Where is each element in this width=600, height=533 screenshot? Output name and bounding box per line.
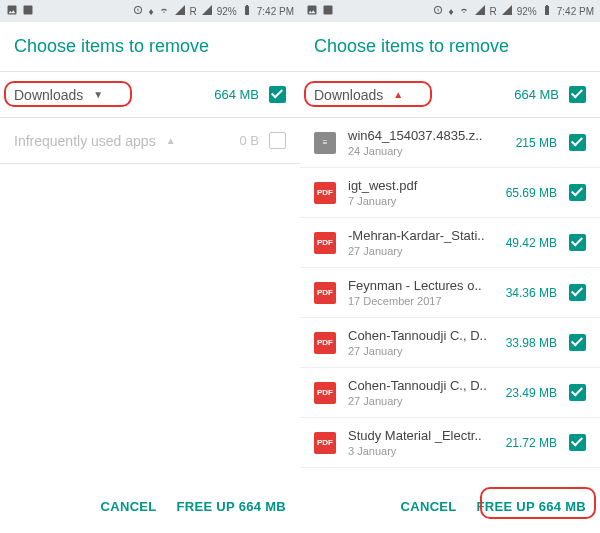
item-date: 24 January <box>348 145 504 157</box>
wifi-icon <box>158 4 170 18</box>
item-size: 215 MB <box>516 136 557 150</box>
cancel-button[interactable]: CANCEL <box>101 499 157 514</box>
item-size: 33.98 MB <box>506 336 557 350</box>
status-bar: ♦ R 92% 7:42 PM <box>0 0 300 22</box>
item-date: 17 December 2017 <box>348 295 494 307</box>
chevron-down-icon: ▼ <box>93 89 103 100</box>
item-checkbox[interactable] <box>569 384 586 401</box>
chevron-up-icon: ▲ <box>393 89 403 100</box>
alarm-icon <box>432 4 444 18</box>
list-item[interactable]: ≡win64_154037.4835.z..24 January215 MB <box>300 118 600 168</box>
item-checkbox[interactable] <box>569 284 586 301</box>
location-icon: ♦ <box>148 6 153 17</box>
gallery-icon <box>306 4 318 18</box>
button-bar: CANCEL FREE UP 664 MB <box>300 479 600 533</box>
confirm-button[interactable]: FREE UP 664 MB <box>477 499 586 514</box>
list-item[interactable]: PDFFeynman - Lectures o..17 December 201… <box>300 268 600 318</box>
pdf-icon: PDF <box>314 232 336 254</box>
list-item[interactable]: PDFCohen-Tannoudji C., D..27 January33.9… <box>300 318 600 368</box>
app-icon <box>322 4 334 18</box>
apps-checkbox[interactable] <box>269 132 286 149</box>
signal-icon <box>174 4 186 18</box>
items-list: ≡win64_154037.4835.z..24 January215 MBPD… <box>300 118 600 479</box>
downloads-checkbox[interactable] <box>269 86 286 103</box>
list-item[interactable]: PDFStudy Material _Electr..3 January21.7… <box>300 418 600 468</box>
list-item[interactable]: PDFCohen-Tannoudji C., D..27 January23.4… <box>300 368 600 418</box>
network-label: R <box>190 6 197 17</box>
svg-rect-0 <box>24 6 33 15</box>
pdf-icon: PDF <box>314 382 336 404</box>
item-name: Cohen-Tannoudji C., D.. <box>348 378 494 393</box>
gallery-icon <box>6 4 18 18</box>
apps-label: Infrequently used apps <box>14 133 156 149</box>
chevron-up-icon: ▲ <box>166 135 176 146</box>
signal-icon <box>474 4 486 18</box>
location-icon: ♦ <box>448 6 453 17</box>
apps-section-header[interactable]: Infrequently used apps ▲ 0 B <box>0 118 300 163</box>
downloads-size: 664 MB <box>514 87 559 102</box>
item-name: igt_west.pdf <box>348 178 494 193</box>
downloads-section-header[interactable]: Downloads ▲ 664 MB <box>300 72 600 117</box>
pdf-icon: PDF <box>314 332 336 354</box>
item-date: 27 January <box>348 395 494 407</box>
item-checkbox[interactable] <box>569 334 586 351</box>
item-text: -Mehran-Kardar-_Stati..27 January <box>348 228 494 257</box>
battery-icon <box>541 4 553 18</box>
item-text: Study Material _Electr..3 January <box>348 428 494 457</box>
item-checkbox[interactable] <box>569 134 586 151</box>
button-bar: CANCEL FREE UP 664 MB <box>0 479 300 533</box>
apps-size: 0 B <box>239 133 259 148</box>
cancel-button[interactable]: CANCEL <box>401 499 457 514</box>
pane-left: ♦ R 92% 7:42 PM Choose items to remove D… <box>0 0 300 533</box>
app-icon <box>22 4 34 18</box>
spacer <box>0 164 300 479</box>
status-bar: ♦ R 92% 7:42 PM <box>300 0 600 22</box>
item-date: 7 January <box>348 195 494 207</box>
status-time: 7:42 PM <box>257 6 294 17</box>
downloads-label: Downloads <box>14 87 83 103</box>
list-item[interactable]: PDFigt_west.pdf7 January65.69 MB <box>300 168 600 218</box>
alarm-icon <box>132 4 144 18</box>
status-time: 7:42 PM <box>557 6 594 17</box>
item-size: 21.72 MB <box>506 436 557 450</box>
item-text: win64_154037.4835.z..24 January <box>348 128 504 157</box>
item-checkbox[interactable] <box>569 234 586 251</box>
item-size: 34.36 MB <box>506 286 557 300</box>
item-checkbox[interactable] <box>569 184 586 201</box>
downloads-section-header[interactable]: Downloads ▼ 664 MB <box>0 72 300 117</box>
downloads-checkbox[interactable] <box>569 86 586 103</box>
pdf-icon: PDF <box>314 282 336 304</box>
item-text: Cohen-Tannoudji C., D..27 January <box>348 328 494 357</box>
battery-pct: 92% <box>517 6 537 17</box>
item-date: 27 January <box>348 245 494 257</box>
page-title: Choose items to remove <box>0 22 300 71</box>
item-size: 23.49 MB <box>506 386 557 400</box>
item-date: 27 January <box>348 345 494 357</box>
item-name: win64_154037.4835.z.. <box>348 128 504 143</box>
page-title: Choose items to remove <box>300 22 600 71</box>
signal-icon-2 <box>501 4 513 18</box>
pdf-icon: PDF <box>314 432 336 454</box>
item-text: igt_west.pdf7 January <box>348 178 494 207</box>
svg-rect-1 <box>324 6 333 15</box>
downloads-size: 664 MB <box>214 87 259 102</box>
battery-icon <box>241 4 253 18</box>
item-text: Cohen-Tannoudji C., D..27 January <box>348 378 494 407</box>
item-size: 65.69 MB <box>506 186 557 200</box>
pdf-icon: PDF <box>314 182 336 204</box>
item-name: Study Material _Electr.. <box>348 428 494 443</box>
item-checkbox[interactable] <box>569 434 586 451</box>
list-item[interactable]: PDF-Mehran-Kardar-_Stati..27 January49.4… <box>300 218 600 268</box>
zip-icon: ≡ <box>314 132 336 154</box>
item-size: 49.42 MB <box>506 236 557 250</box>
item-name: -Mehran-Kardar-_Stati.. <box>348 228 494 243</box>
battery-pct: 92% <box>217 6 237 17</box>
downloads-label: Downloads <box>314 87 383 103</box>
item-name: Feynman - Lectures o.. <box>348 278 494 293</box>
confirm-button[interactable]: FREE UP 664 MB <box>177 499 286 514</box>
item-date: 3 January <box>348 445 494 457</box>
item-text: Feynman - Lectures o..17 December 2017 <box>348 278 494 307</box>
wifi-icon <box>458 4 470 18</box>
network-label: R <box>490 6 497 17</box>
pane-right: ♦ R 92% 7:42 PM Choose items to remove D… <box>300 0 600 533</box>
